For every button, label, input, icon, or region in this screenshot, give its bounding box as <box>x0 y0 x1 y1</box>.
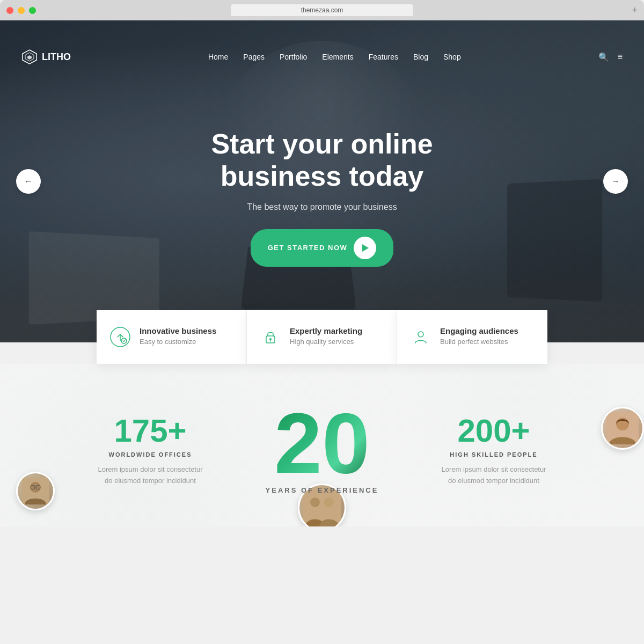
browser-actions: + <box>632 5 638 16</box>
maximize-button-dot[interactable] <box>29 7 36 14</box>
feature-card-marketing: Expertly marketing High quality services <box>247 310 397 364</box>
svg-marker-2 <box>27 55 32 60</box>
nav-features[interactable]: Features <box>369 53 398 61</box>
stats-section: 175+ WORLDWIDE OFFICES Lorem ipsum dolor… <box>0 364 644 526</box>
stat-offices-label: WORLDWIDE OFFICES <box>75 451 225 458</box>
marketing-title: Expertly marketing <box>290 326 362 335</box>
stat-offices: 175+ WORLDWIDE OFFICES Lorem ipsum dolor… <box>75 415 225 487</box>
audiences-text: Engaging audiences Build perfect website… <box>440 326 518 346</box>
innovative-text: Innovative business Easy to customize <box>140 326 216 346</box>
audiences-title: Engaging audiences <box>440 326 518 335</box>
nav-home[interactable]: Home <box>208 53 228 61</box>
logo-text: LITHO <box>42 52 71 63</box>
hero-title: Start your online business today <box>211 128 433 193</box>
slider-prev-button[interactable]: ← <box>16 169 41 194</box>
feature-card-innovative: Innovative business Easy to customize <box>97 310 247 364</box>
feature-cards-section: Innovative business Easy to customize Ex… <box>0 310 644 364</box>
audiences-icon <box>410 326 431 348</box>
svg-point-18 <box>324 497 334 507</box>
nav-elements[interactable]: Elements <box>322 53 353 61</box>
stat-people-desc: Lorem ipsum dolor sit consecteturdo eius… <box>419 464 569 487</box>
innovative-desc: Easy to customize <box>140 338 216 346</box>
play-button[interactable] <box>354 237 376 259</box>
minimize-button-dot[interactable] <box>18 7 25 14</box>
new-tab-button[interactable]: + <box>632 5 638 16</box>
url-text: themezaa.com <box>301 6 343 14</box>
nav-blog[interactable]: Blog <box>413 53 428 61</box>
stat-years: 20 YEARS OF EXPERIENCE <box>225 407 419 494</box>
arrow-right-icon: → <box>611 177 620 186</box>
hero-subtitle: The best way to promote your business <box>247 202 397 212</box>
avatar-right <box>601 407 644 450</box>
stat-people-number: 200+ <box>419 415 569 447</box>
address-bar[interactable]: themezaa.com <box>231 4 413 16</box>
stat-people-label: HIGH SKILLED PEOPLE <box>419 451 569 458</box>
nav-utility-icons: 🔍 ≡ <box>598 52 623 62</box>
browser-traffic-lights <box>6 7 36 14</box>
nav-shop[interactable]: Shop <box>443 53 461 61</box>
audiences-desc: Build perfect websites <box>440 338 518 346</box>
marketing-icon <box>260 326 281 348</box>
marketing-desc: High quality services <box>290 338 362 346</box>
menu-hamburger-icon[interactable]: ≡ <box>618 52 623 62</box>
avatar-left <box>16 472 55 510</box>
website-content: LITHO Home Pages Portfolio Elements Feat… <box>0 20 644 526</box>
svg-point-8 <box>418 332 423 337</box>
feature-card-audiences: Engaging audiences Build perfect website… <box>397 310 547 364</box>
nav-menu: Home Pages Portfolio Elements Features B… <box>208 52 461 62</box>
browser-titlebar: themezaa.com + <box>0 0 644 20</box>
logo-icon <box>21 49 38 65</box>
browser-window: themezaa.com + <box>0 0 644 20</box>
slider-next-button[interactable]: → <box>603 169 628 194</box>
innovative-title: Innovative business <box>140 326 216 335</box>
search-icon[interactable]: 🔍 <box>598 52 609 62</box>
innovative-icon <box>109 326 131 348</box>
navigation: LITHO Home Pages Portfolio Elements Feat… <box>0 41 644 73</box>
stat-offices-desc: Lorem ipsum dolor sit consecteturdo eius… <box>75 464 225 487</box>
hero-cta: GET STARTED NOW <box>251 229 394 267</box>
stat-years-number: 20 <box>274 407 370 480</box>
arrow-left-icon: ← <box>24 177 33 186</box>
hero-section: LITHO Home Pages Portfolio Elements Feat… <box>0 20 644 342</box>
nav-portfolio[interactable]: Portfolio <box>280 53 307 61</box>
nav-pages[interactable]: Pages <box>243 53 265 61</box>
close-button-dot[interactable] <box>6 7 13 14</box>
marketing-text: Expertly marketing High quality services <box>290 326 362 346</box>
get-started-button[interactable]: GET STARTED NOW <box>251 229 394 267</box>
svg-point-17 <box>310 497 320 507</box>
stat-offices-number: 175+ <box>75 415 225 447</box>
logo[interactable]: LITHO <box>21 49 71 65</box>
play-triangle-icon <box>362 244 369 252</box>
stat-people: 200+ HIGH SKILLED PEOPLE Lorem ipsum dol… <box>419 415 569 487</box>
